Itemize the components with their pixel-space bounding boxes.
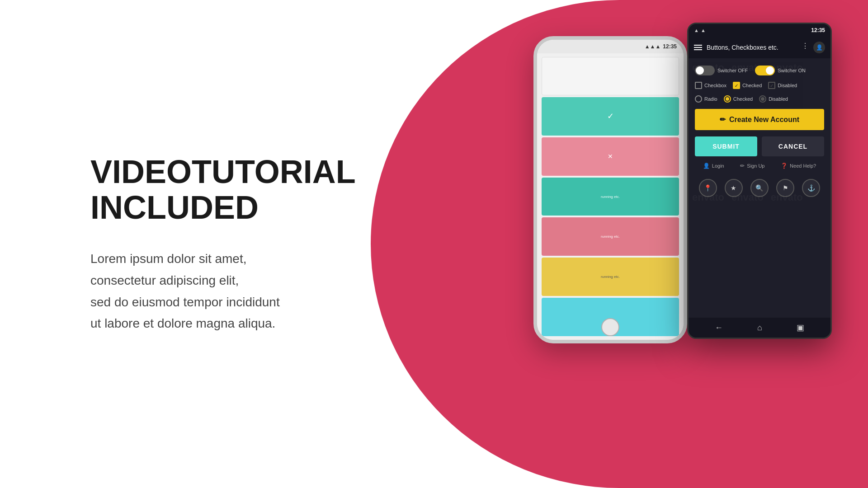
radio-disabled-label: Disabled	[769, 96, 788, 102]
desc-line1: Lorem ipsum dolor sit amet,	[90, 252, 246, 266]
phone-area: ▲▲▲ 12:35 ✓ ✕	[542, 14, 832, 343]
radio-checked-item: Checked	[724, 95, 753, 103]
signal-icon: ▲	[701, 28, 706, 33]
radio-disabled	[759, 95, 766, 103]
radio-unchecked[interactable]	[695, 95, 702, 103]
signup-icon: ✏	[740, 163, 745, 169]
signup-link[interactable]: ✏ Sign Up	[740, 163, 764, 169]
check-icon: ✓	[607, 111, 614, 121]
ios-home-button[interactable]	[601, 318, 619, 336]
swatch-row-1	[542, 57, 679, 95]
login-icon: 👤	[703, 163, 710, 169]
checkbox-row: Checkbox ✓ Checked Disabled	[695, 82, 824, 89]
submit-button[interactable]: SUBMIT	[695, 136, 757, 156]
checkbox-label: Checkbox	[704, 83, 726, 88]
more-vert-icon[interactable]: ⋮	[802, 42, 809, 53]
desc-line3: sed do eiusmod tempor incididunt	[90, 295, 280, 309]
desc-line2: consectetur adipiscing elit,	[90, 273, 239, 287]
hamburger-line3	[694, 49, 702, 50]
switcher-off-toggle[interactable]	[695, 66, 715, 75]
swatch-yellow[interactable]: running etc.	[542, 258, 679, 296]
desc-line4: ut labore et dolore magna aliqua.	[90, 316, 275, 330]
create-account-label: Create New Account	[729, 116, 799, 124]
star-icon-btn[interactable]: ★	[725, 179, 743, 197]
login-link[interactable]: 👤 Login	[703, 163, 724, 169]
color-swatches-panel: ✓ ✕ running etc. running etc.	[537, 53, 684, 340]
wifi-icon: ▲	[694, 28, 699, 33]
disabled-label: Disabled	[778, 83, 797, 88]
swatch-row-2: ✓	[542, 97, 679, 136]
cancel-button[interactable]: CANCEL	[762, 136, 824, 156]
location-icon-btn[interactable]: 📍	[699, 179, 717, 197]
swatch-row-6: running etc.	[542, 258, 679, 296]
yellow-label: running etc.	[601, 275, 620, 279]
flag-icon-btn[interactable]: ⚑	[776, 179, 794, 197]
ios-signal-icon: ▲▲▲	[645, 43, 661, 50]
checkmark-icon: ✓	[735, 83, 738, 88]
android-screen: ▲ ▲ 12:35 Buttons, Checkboxes etc. ⋮ 👤	[689, 24, 830, 338]
icon-bar: 📍 ★ 🔍 ⚑ ⚓	[695, 175, 824, 201]
ios-phone: ▲▲▲ 12:35 ✓ ✕	[533, 36, 687, 343]
signup-label: Sign Up	[747, 163, 764, 169]
description: Lorem ipsum dolor sit amet, consectetur …	[90, 248, 353, 334]
checkbox-disabled	[768, 82, 775, 89]
anchor-icon-btn[interactable]: ⚓	[802, 179, 820, 197]
pink2-label: running etc.	[601, 235, 620, 239]
flag-icon: ⚑	[783, 184, 788, 192]
switcher-on-label: Switcher ON	[778, 68, 806, 73]
switcher-off-item: Switcher OFF	[695, 66, 748, 75]
radio-checked-label: Checked	[733, 96, 753, 102]
checkbox-unchecked[interactable]	[695, 82, 702, 89]
help-label: Need Help?	[790, 163, 816, 169]
title-line2: INCLUDED	[90, 189, 259, 225]
switcher-on-toggle[interactable]	[755, 66, 775, 75]
user-icon[interactable]: 👤	[813, 42, 825, 53]
checkbox-disabled-item: Disabled	[768, 82, 797, 89]
checkbox-checked-item: ✓ Checked	[733, 82, 762, 89]
android-topbar: Buttons, Checkboxes etc. ⋮ 👤	[689, 37, 830, 58]
checkbox-unchecked-item: Checkbox	[695, 82, 726, 89]
location-icon: 📍	[704, 184, 712, 192]
swatch-teal-check[interactable]: ✓	[542, 97, 679, 136]
star-icon: ★	[731, 184, 736, 192]
user-avatar-icon: 👤	[816, 44, 823, 51]
swatch-row-5: running etc.	[542, 217, 679, 256]
login-label: Login	[712, 163, 724, 169]
swatch-pink2[interactable]: running etc.	[542, 217, 679, 256]
ios-status-bar: ▲▲▲ 12:35	[537, 40, 684, 53]
android-content: envato envato envato envato envato envat…	[689, 58, 830, 318]
hamburger-icon[interactable]	[694, 45, 702, 50]
help-link[interactable]: ❓ Need Help?	[781, 163, 816, 169]
radio-row: Radio Checked Disabled	[695, 95, 824, 103]
swatch-pink-cross[interactable]: ✕	[542, 137, 679, 176]
topbar-title: Buttons, Checkboxes etc.	[707, 44, 797, 51]
teal2-label: running etc.	[601, 195, 620, 199]
swatch-teal2[interactable]: running etc.	[542, 178, 679, 216]
ios-time: 12:35	[663, 43, 677, 50]
switcher-off-label: Switcher OFF	[717, 68, 748, 73]
swatch-white[interactable]	[542, 57, 679, 95]
create-account-button[interactable]: ✏ Create New Account	[695, 109, 824, 130]
radio-unchecked-item: Radio	[695, 95, 717, 103]
swatch-row-3: ✕	[542, 137, 679, 176]
back-nav-button[interactable]: ←	[715, 323, 723, 333]
switcher-row: Switcher OFF Switcher ON	[695, 66, 824, 75]
radio-disabled-item: Disabled	[759, 95, 788, 103]
hamburger-line2	[694, 47, 702, 48]
home-nav-button[interactable]: ⌂	[757, 323, 762, 333]
search-icon-btn[interactable]: 🔍	[750, 179, 769, 197]
status-left-icons: ▲ ▲	[694, 28, 706, 33]
main-title: VIDEOTUTORIAL INCLUDED	[90, 154, 356, 225]
recents-nav-button[interactable]: ▣	[797, 323, 804, 333]
search-icon: 🔍	[755, 184, 763, 192]
radio-checked[interactable]	[724, 95, 731, 103]
hamburger-line1	[694, 45, 702, 46]
toggle-thumb-on	[766, 66, 774, 75]
checked-label: Checked	[742, 83, 762, 88]
title-line1: VIDEOTUTORIAL	[90, 154, 356, 190]
create-account-icon: ✏	[720, 115, 726, 124]
anchor-icon: ⚓	[807, 184, 815, 192]
topbar-icons: ⋮ 👤	[802, 42, 825, 53]
link-row: 👤 Login ✏ Sign Up ❓ Need Help?	[695, 163, 824, 169]
checkbox-checked[interactable]: ✓	[733, 82, 740, 89]
